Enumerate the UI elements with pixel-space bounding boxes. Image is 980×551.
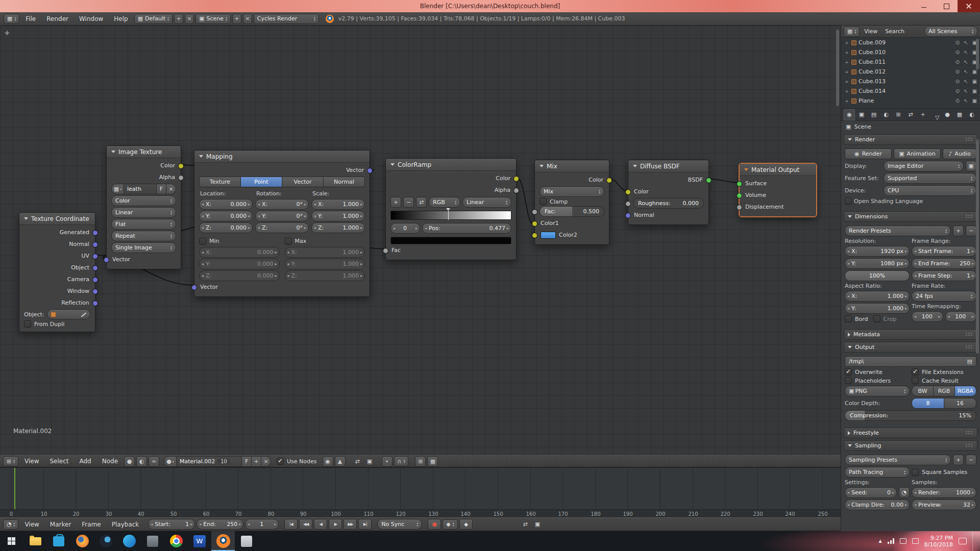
- start-frame-field[interactable]: Start:1: [148, 519, 195, 530]
- delete-stop-button[interactable]: [403, 197, 414, 208]
- show-desktop-button[interactable]: [972, 531, 976, 551]
- collapse-icon[interactable]: [848, 444, 852, 447]
- seed-field[interactable]: Seed:0: [845, 487, 897, 498]
- socket-displacement-in[interactable]: [737, 205, 742, 210]
- resolution-y-field[interactable]: Y:1080 px: [845, 258, 910, 269]
- menu-view[interactable]: View: [20, 456, 43, 466]
- socket-color-out[interactable]: [178, 163, 184, 169]
- outliner-item[interactable]: Cube.014: [841, 86, 980, 96]
- tab-constraints[interactable]: [905, 109, 916, 120]
- max-x-field[interactable]: X:1.000: [285, 247, 365, 258]
- start-button[interactable]: [0, 531, 23, 551]
- tab-material[interactable]: [942, 109, 953, 120]
- editor-type-selector[interactable]: [844, 27, 860, 37]
- visibility-toggle[interactable]: [955, 98, 960, 104]
- min-checkbox[interactable]: [199, 238, 206, 245]
- render-button[interactable]: Render: [845, 148, 892, 159]
- clamp-checkbox[interactable]: [540, 198, 547, 205]
- resolution-percentage-slider[interactable]: 100%: [845, 270, 910, 281]
- shader-type-object-button[interactable]: [124, 456, 135, 467]
- parent-tree-button[interactable]: [335, 456, 346, 467]
- from-dupli-checkbox[interactable]: [24, 320, 31, 328]
- object-field[interactable]: [47, 309, 90, 319]
- node-image-texture[interactable]: Image Texture Color Alpha leath F Color …: [106, 145, 181, 269]
- selectability-toggle[interactable]: [964, 69, 968, 74]
- socket-fac-in[interactable]: [532, 209, 537, 215]
- socket-bsdf-out[interactable]: [706, 178, 712, 183]
- menu-frame[interactable]: Frame: [77, 519, 105, 530]
- unlink-image-button[interactable]: [166, 184, 176, 194]
- end-frame-field[interactable]: End Frame:250: [912, 258, 976, 269]
- socket-volume-in[interactable]: [737, 193, 742, 198]
- outliner-item[interactable]: Cube.012: [841, 67, 980, 77]
- start-frame-field[interactable]: Start Frame:1: [912, 246, 976, 257]
- node-canvas[interactable]: Texture Coordinate Generated Normal UV O…: [0, 26, 841, 455]
- location-y-field[interactable]: Y:0.000: [199, 211, 253, 221]
- remap-old-field[interactable]: 100: [912, 311, 943, 322]
- maximize-button[interactable]: [935, 0, 958, 12]
- panel-grip[interactable]: [965, 332, 973, 337]
- taskbar-icon-store[interactable]: [47, 531, 70, 551]
- selectability-toggle[interactable]: [964, 60, 968, 65]
- scene-delete-button[interactable]: [243, 14, 252, 24]
- node-mix[interactable]: Mix Color Mix Clamp Fac:0.500 Color1 Col…: [534, 160, 609, 245]
- socket-color-out[interactable]: [606, 178, 612, 183]
- collapse-icon[interactable]: [111, 151, 115, 153]
- collapse-icon[interactable]: [848, 431, 850, 435]
- fake-user-button[interactable]: F: [157, 184, 166, 194]
- node-header[interactable]: Diffuse BSDF: [628, 160, 708, 172]
- menu-search[interactable]: Search: [882, 27, 908, 36]
- visibility-toggle[interactable]: [955, 69, 960, 74]
- clamp-direct-field[interactable]: Clamp Dire:0.00: [845, 499, 910, 510]
- collapse-icon[interactable]: [848, 346, 852, 348]
- fac-slider[interactable]: Fac:0.500: [540, 206, 604, 217]
- panel-grip[interactable]: [965, 214, 973, 219]
- max-z-field[interactable]: Z:1.000: [285, 270, 365, 281]
- panel-dimensions-header[interactable]: Dimensions: [844, 211, 977, 222]
- socket-normal[interactable]: [92, 242, 98, 247]
- rotation-z-field[interactable]: Z:0°: [255, 222, 309, 233]
- outliner-item[interactable]: Plane: [841, 96, 980, 106]
- renderability-toggle[interactable]: [972, 89, 977, 94]
- node-mapping[interactable]: Mapping Vector Texture Point Vector Norm…: [194, 150, 370, 297]
- layout-delete-button[interactable]: [185, 14, 194, 24]
- visibility-toggle[interactable]: [955, 89, 960, 94]
- previous-keyframe-button[interactable]: [299, 519, 312, 530]
- use-nodes-checkbox[interactable]: [277, 458, 284, 465]
- collapse-icon[interactable]: [633, 165, 637, 167]
- material-name-field[interactable]: Material.00210: [177, 456, 242, 467]
- socket-vector-out[interactable]: [367, 168, 373, 173]
- tab-render[interactable]: [844, 109, 855, 120]
- render-engine-selector[interactable]: Cycles Render: [254, 14, 319, 24]
- expand-icon[interactable]: [844, 60, 849, 65]
- roughness-slider[interactable]: Roughness:0.000: [633, 198, 704, 209]
- extension-dropdown[interactable]: Repeat: [111, 231, 176, 241]
- collapse-icon[interactable]: [390, 163, 395, 166]
- user-count-badge[interactable]: 10: [217, 459, 230, 464]
- render-samples-field[interactable]: Render:1000: [912, 487, 976, 498]
- border-checkbox[interactable]: [845, 315, 852, 322]
- socket-vector-in[interactable]: [191, 285, 197, 290]
- square-samples-checkbox[interactable]: [912, 469, 919, 476]
- timeline-ruler[interactable]: 0 10 20 30 40 50 60 70 80 90 100 110 120…: [0, 509, 841, 517]
- scene-selector[interactable]: Scene: [195, 14, 231, 24]
- socket-color1-in[interactable]: [532, 221, 537, 227]
- menu-help[interactable]: Help: [109, 14, 132, 24]
- selectability-toggle[interactable]: [964, 50, 968, 55]
- blend-type-dropdown[interactable]: Mix: [540, 186, 604, 197]
- socket-window[interactable]: [92, 289, 98, 294]
- output-path-field[interactable]: /tmp\: [845, 356, 976, 367]
- taskbar-icon-file-explorer[interactable]: [23, 531, 47, 551]
- color-ramp-gradient[interactable]: [390, 211, 511, 220]
- next-keyframe-button[interactable]: [344, 519, 357, 530]
- tab-object-data[interactable]: [929, 109, 941, 120]
- menu-marker[interactable]: Marker: [45, 519, 76, 530]
- unlink-material-button[interactable]: [261, 456, 271, 467]
- scale-y-field[interactable]: Y:1.000: [311, 211, 365, 221]
- location-x-field[interactable]: X:0.000: [199, 199, 253, 210]
- depth-16-button[interactable]: 16: [944, 398, 976, 409]
- scale-x-field[interactable]: X:1.000: [311, 199, 365, 210]
- min-y-field[interactable]: Y:0.000: [199, 259, 280, 269]
- animate-seed-button[interactable]: [899, 487, 910, 498]
- timeline[interactable]: 0 10 20 30 40 50 60 70 80 90 100 110 120…: [0, 467, 841, 517]
